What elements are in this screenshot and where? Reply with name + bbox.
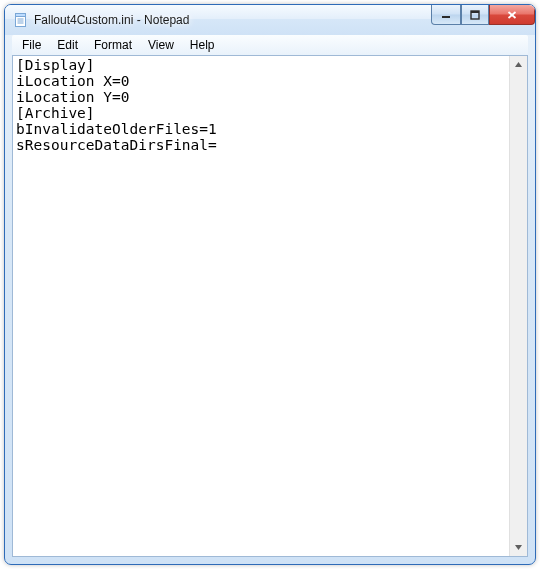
svg-marker-10 (515, 62, 522, 67)
menu-format[interactable]: Format (86, 36, 140, 54)
titlebar[interactable]: Fallout4Custom.ini - Notepad (5, 5, 535, 35)
scroll-down-button[interactable] (510, 539, 527, 556)
notepad-window: Fallout4Custom.ini - Notepad (4, 4, 536, 565)
text-editor[interactable]: [Display] iLocation X=0 iLocation Y=0 [A… (13, 56, 510, 556)
minimize-button[interactable] (431, 5, 461, 25)
menu-file[interactable]: File (14, 36, 49, 54)
chevron-up-icon (514, 60, 523, 69)
window-title: Fallout4Custom.ini - Notepad (34, 13, 189, 27)
scroll-track[interactable] (510, 73, 527, 539)
maximize-icon (470, 10, 480, 20)
window-controls (431, 5, 535, 25)
editor-area: [Display] iLocation X=0 iLocation Y=0 [A… (12, 55, 528, 557)
menu-view[interactable]: View (140, 36, 182, 54)
notepad-icon (13, 12, 29, 28)
menubar: File Edit Format View Help (12, 35, 528, 55)
maximize-button[interactable] (461, 5, 489, 25)
svg-marker-11 (515, 545, 522, 550)
minimize-icon (441, 10, 451, 20)
desktop: Fallout4Custom.ini - Notepad (0, 0, 540, 569)
svg-rect-7 (471, 11, 479, 13)
menu-edit[interactable]: Edit (49, 36, 86, 54)
svg-rect-1 (16, 14, 26, 17)
chevron-down-icon (514, 543, 523, 552)
vertical-scrollbar[interactable] (509, 56, 527, 556)
svg-rect-5 (442, 16, 450, 18)
scroll-up-button[interactable] (510, 56, 527, 73)
close-button[interactable] (489, 5, 535, 25)
close-icon (506, 10, 518, 20)
menu-help[interactable]: Help (182, 36, 223, 54)
